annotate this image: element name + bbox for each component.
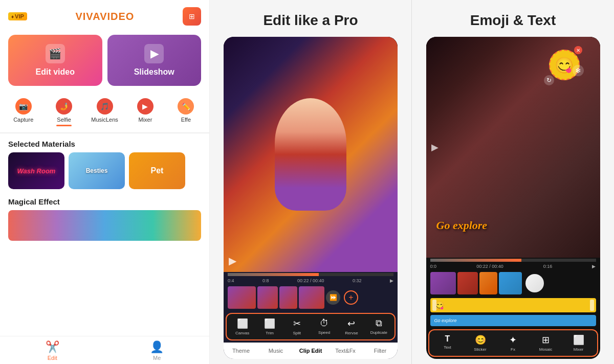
go-explore-track[interactable]: Go explore bbox=[430, 315, 596, 326]
clip-thumb-1[interactable] bbox=[228, 286, 256, 309]
canvas-button[interactable]: ⬜ Canvas bbox=[229, 318, 256, 335]
slideshow-icon: ▶ bbox=[144, 44, 164, 63]
me-nav-icon: 👤 bbox=[150, 340, 164, 354]
clip-thumb-3[interactable] bbox=[279, 286, 297, 309]
nav-edit[interactable]: ✂️ Edit bbox=[0, 340, 105, 361]
tab-clip-edit[interactable]: Clip Edit bbox=[293, 347, 328, 355]
go-explore-track-text: Go explore bbox=[434, 318, 457, 323]
tab-filter[interactable]: Filter bbox=[363, 347, 398, 355]
material-besties[interactable]: Besties bbox=[69, 152, 125, 189]
selected-materials-title: Selected Materials bbox=[0, 133, 209, 152]
edit-video-icon: 🎬 bbox=[46, 44, 65, 63]
timeline-mid1: 0:8 bbox=[262, 278, 269, 283]
right-headline: Emoji & Text bbox=[460, 0, 566, 37]
tool-effects[interactable]: ✏️ Effe bbox=[167, 95, 205, 129]
track-handle-right[interactable] bbox=[590, 300, 594, 311]
text-label: Text bbox=[444, 345, 451, 350]
right-timeline-bar[interactable] bbox=[430, 259, 596, 262]
tab-music[interactable]: Music bbox=[258, 347, 293, 355]
magical-effect-strip bbox=[8, 210, 201, 241]
edit-video-button[interactable]: 🎬 Edit video bbox=[8, 35, 102, 86]
timeline-clips: ⏩ + bbox=[224, 284, 398, 311]
sticker-label: Sticker bbox=[474, 347, 486, 352]
emoji-video-area: ✕ 😋 ❄ ↻ Go explore ▶ bbox=[426, 37, 600, 258]
slideshow-label: Slideshow bbox=[134, 67, 174, 77]
clip-forward-button[interactable]: ⏩ bbox=[326, 290, 340, 305]
timeline-end-icon: ▶ bbox=[390, 278, 393, 283]
rclip-4[interactable] bbox=[499, 272, 522, 294]
tab-theme[interactable]: Theme bbox=[224, 347, 258, 355]
sticker-button[interactable]: 😊 Sticker bbox=[464, 334, 497, 352]
material-washroom[interactable]: Wash Room bbox=[8, 152, 64, 189]
selfie-label: Selfie bbox=[57, 117, 71, 123]
trim-button[interactable]: ⬜ Trim bbox=[256, 318, 283, 335]
slideshow-button[interactable]: ▶ Slideshow bbox=[107, 35, 202, 86]
rotate-icon[interactable]: ↻ bbox=[544, 75, 554, 85]
clip-add-button[interactable]: + bbox=[344, 290, 358, 305]
timeline-bar[interactable] bbox=[228, 273, 393, 276]
main-buttons-row: 🎬 Edit video ▶ Slideshow bbox=[0, 31, 209, 92]
emoji-track[interactable]: 😋 bbox=[430, 298, 596, 312]
right-clips-row bbox=[426, 270, 600, 297]
play-overlay-icon[interactable]: ▶ bbox=[229, 255, 236, 267]
timeline-current: 00:22 / 00:40 bbox=[297, 278, 324, 283]
clip-thumb-4[interactable] bbox=[299, 286, 324, 309]
play-left-icon[interactable]: ▶ bbox=[431, 142, 438, 153]
duplicate-label: Duplicate bbox=[370, 330, 387, 335]
duplicate-button[interactable]: ⧉ Duplicate bbox=[365, 318, 392, 335]
grid-icon[interactable]: ⊞ bbox=[183, 7, 201, 26]
fx-label: Fx bbox=[511, 347, 515, 352]
reverse-button[interactable]: ↩ Rervse bbox=[338, 318, 365, 335]
reverse-icon: ↩ bbox=[347, 318, 355, 329]
tool-musiclens[interactable]: 🎵 MusicLens bbox=[85, 95, 124, 129]
clip-thumb-2[interactable] bbox=[257, 286, 278, 309]
app-header: VIP VIVAVIDEO ⊞ bbox=[0, 0, 209, 31]
tool-selfie[interactable]: 🤳 Selfie bbox=[45, 95, 83, 129]
rclip-3[interactable] bbox=[479, 272, 497, 294]
rclip-2[interactable] bbox=[457, 272, 478, 294]
middle-headline: Edit like a Pro bbox=[253, 0, 368, 37]
right-time-start: 0:0 bbox=[430, 264, 437, 269]
emoji-sticker[interactable]: 😋 bbox=[549, 50, 580, 80]
right-panel: Emoji & Text ✕ 😋 ❄ ↻ Go explore ▶ 0:0 00… bbox=[412, 0, 614, 364]
fx-button[interactable]: ✦ Fx bbox=[497, 334, 530, 352]
musiclens-label: MusicLens bbox=[91, 117, 118, 123]
right-phone-screen: ✕ 😋 ❄ ↻ Go explore ▶ 0:0 00:22 / 00:40 0… bbox=[426, 37, 600, 359]
middle-phone-screen: ▶ 0:4 0:8 00:22 / 00:40 0:32 ▶ ⏩ + ⬜ Can… bbox=[224, 37, 398, 359]
tab-textfx[interactable]: Text&Fx bbox=[328, 347, 363, 355]
right-timeline-progress bbox=[430, 259, 521, 262]
right-mixer-button[interactable]: ⬜ Mixer bbox=[562, 334, 595, 352]
edit-nav-icon: ✂️ bbox=[46, 340, 59, 354]
canvas-icon: ⬜ bbox=[237, 318, 248, 329]
tools-row: 📷 Capture 🤳 Selfie 🎵 MusicLens ▶ Mixer ✏… bbox=[0, 92, 209, 133]
timeline-start: 0:4 bbox=[228, 278, 234, 283]
effects-icon: ✏️ bbox=[178, 98, 194, 115]
materials-row: Wash Room Besties Pet bbox=[0, 152, 209, 195]
effects-label: Effe bbox=[181, 117, 191, 123]
tool-mixer[interactable]: ▶ Mixer bbox=[126, 95, 164, 129]
mixer-icon: ▶ bbox=[137, 98, 154, 115]
vip-badge[interactable]: VIP bbox=[8, 12, 27, 20]
washroom-text: Wash Room bbox=[17, 167, 56, 175]
emoji-delete-button[interactable]: ✕ bbox=[574, 46, 582, 54]
right-time-mid: 0:16 bbox=[543, 264, 553, 269]
trim-icon: ⬜ bbox=[264, 318, 275, 329]
tool-capture[interactable]: 📷 Capture bbox=[4, 95, 42, 129]
video-girl: ▶ bbox=[224, 37, 398, 272]
nav-me[interactable]: 👤 Me bbox=[105, 340, 210, 361]
material-pet[interactable]: Pet bbox=[129, 152, 185, 189]
moon-icon bbox=[525, 274, 544, 292]
reverse-label: Rervse bbox=[345, 331, 358, 335]
split-button[interactable]: ✂ Split bbox=[283, 318, 311, 335]
capture-icon: 📷 bbox=[15, 98, 32, 115]
mosaic-label: Mosaic bbox=[539, 347, 552, 352]
speed-icon: ⏱ bbox=[320, 318, 329, 329]
text-button[interactable]: T Text bbox=[431, 334, 464, 352]
track-handle-left[interactable] bbox=[432, 300, 436, 311]
rclip-1[interactable] bbox=[430, 272, 456, 294]
text-icon: T bbox=[445, 334, 450, 344]
mosaic-button[interactable]: ⊞ Mosaic bbox=[530, 334, 562, 352]
snowflake-icon[interactable]: ❄ bbox=[573, 65, 584, 76]
speed-button[interactable]: ⏱ Speed bbox=[311, 318, 338, 335]
edit-toolbar: ⬜ Canvas ⬜ Trim ✂ Split ⏱ Speed ↩ Rervse… bbox=[226, 313, 396, 340]
